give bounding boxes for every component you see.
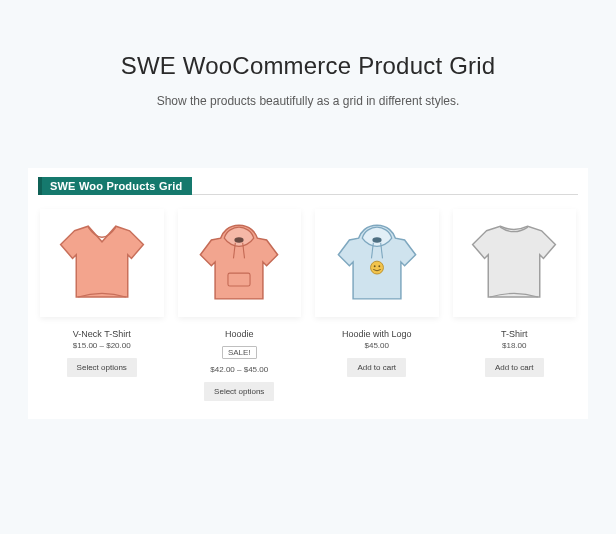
select-options-button[interactable]: Select options <box>67 358 137 377</box>
page-title: SWE WooCommerce Product Grid <box>20 52 596 80</box>
svg-point-0 <box>235 237 244 243</box>
page-subtitle: Show the products beautifully as a grid … <box>20 94 596 108</box>
product-card: T-Shirt $18.00 Add to cart <box>453 209 577 401</box>
product-thumb[interactable] <box>40 209 164 317</box>
widget-panel: SWE Woo Products Grid V-Neck T-Shirt $15… <box>28 168 588 419</box>
tshirt-icon <box>468 220 560 306</box>
widget-heading: SWE Woo Products Grid <box>38 177 192 195</box>
product-price: $15.00 – $20.00 <box>40 341 164 350</box>
svg-point-4 <box>372 237 381 243</box>
select-options-button[interactable]: Select options <box>204 382 274 401</box>
product-thumb[interactable] <box>178 209 302 317</box>
product-price: $45.00 <box>315 341 439 350</box>
product-grid: V-Neck T-Shirt $15.00 – $20.00 Select op… <box>38 209 578 401</box>
product-thumb[interactable] <box>453 209 577 317</box>
product-name: T-Shirt <box>453 329 577 339</box>
tshirt-icon <box>56 220 148 306</box>
product-card: Hoodie SALE! $42.00 – $45.00 Select opti… <box>178 209 302 401</box>
add-to-cart-button[interactable]: Add to cart <box>347 358 406 377</box>
svg-point-9 <box>378 265 380 267</box>
product-name: Hoodie with Logo <box>315 329 439 339</box>
product-price: $18.00 <box>453 341 577 350</box>
add-to-cart-button[interactable]: Add to cart <box>485 358 544 377</box>
svg-point-8 <box>374 265 376 267</box>
product-card: Hoodie with Logo $45.00 Add to cart <box>315 209 439 401</box>
product-thumb[interactable] <box>315 209 439 317</box>
widget-heading-wrap: SWE Woo Products Grid <box>38 176 578 195</box>
hero: SWE WooCommerce Product Grid Show the pr… <box>0 0 616 118</box>
hoodie-logo-icon <box>331 220 423 306</box>
svg-point-7 <box>370 261 383 274</box>
hoodie-icon <box>193 220 285 306</box>
product-card: V-Neck T-Shirt $15.00 – $20.00 Select op… <box>40 209 164 401</box>
sale-badge: SALE! <box>222 346 257 359</box>
product-name: V-Neck T-Shirt <box>40 329 164 339</box>
product-price: $42.00 – $45.00 <box>178 365 302 374</box>
product-name: Hoodie <box>178 329 302 339</box>
